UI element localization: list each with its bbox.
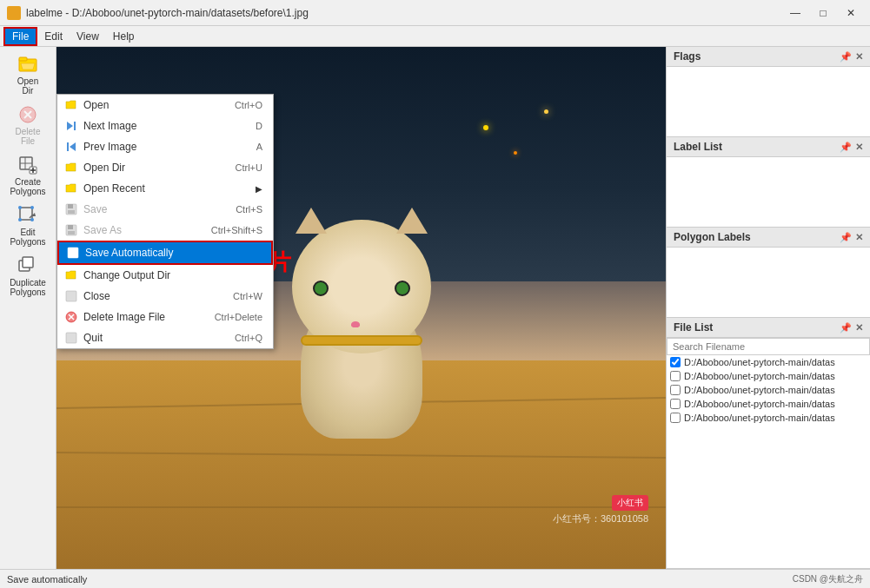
polygon-labels-close-icon[interactable]: ✕	[855, 232, 863, 243]
menu-open-shortcut: Ctrl+O	[235, 100, 262, 110]
menu-open-label: Open	[83, 99, 109, 111]
svg-rect-26	[68, 231, 75, 235]
quit-icon	[64, 331, 78, 345]
menu-help[interactable]: Help	[106, 27, 142, 46]
close-button[interactable]: ✕	[839, 4, 863, 22]
file-list-close-icon[interactable]: ✕	[855, 322, 863, 334]
menu-close-label: Close	[83, 290, 110, 302]
menu-item-close[interactable]: Close Ctrl+W	[57, 286, 273, 307]
menu-item-save-as[interactable]: Save As Ctrl+Shift+S	[57, 220, 273, 241]
menu-item-save-auto[interactable]: Save Automatically	[57, 241, 273, 265]
menu-quit-shortcut: Ctrl+Q	[235, 333, 262, 343]
label-list-section: Label List 📌 ✕	[667, 137, 870, 228]
menu-item-change-output-dir[interactable]: Change Output Dir	[57, 265, 273, 286]
canvas-area[interactable]: 这样每操作完一张图片 系统会自动保存。 小红书 小红书号：360101058 O…	[56, 47, 666, 569]
file-list-item[interactable]: D:/Aboboo/unet-pytorch-main/datas	[667, 369, 870, 383]
label-list-header: Label List 📌 ✕	[667, 137, 870, 157]
menu-save-as-shortcut: Ctrl+Shift+S	[211, 225, 262, 235]
tool-edit-polygons-label: EditPolygons	[10, 228, 45, 247]
menu-prev-image-label: Prev Image	[83, 141, 136, 153]
watermark: 小红书 小红书号：360101058	[553, 495, 648, 525]
menu-item-open[interactable]: Open Ctrl+O	[57, 95, 273, 116]
tool-create-polygons-label: CreatePolygons	[10, 177, 45, 196]
label-list-close-icon[interactable]: ✕	[855, 142, 863, 153]
file-list-item[interactable]: D:/Aboboo/unet-pytorch-main/datas	[667, 355, 870, 369]
tool-delete-file[interactable]: DeleteFile	[3, 101, 52, 149]
create-polygons-icon	[17, 155, 38, 175]
file-checkbox-2[interactable]	[670, 371, 681, 381]
menu-view[interactable]: View	[70, 27, 106, 46]
file-checkbox-4[interactable]	[670, 399, 681, 409]
change-output-dir-icon	[64, 268, 78, 282]
svg-point-13	[30, 206, 34, 209]
flags-title: Flags	[674, 50, 701, 63]
menu-file[interactable]: File	[3, 27, 37, 46]
file-list-header: File List 📌 ✕	[667, 318, 870, 338]
file-search-input[interactable]	[667, 338, 870, 355]
file-list-pin-icon[interactable]: 📌	[840, 322, 852, 334]
svg-rect-32	[66, 333, 76, 343]
menu-next-shortcut: D	[256, 121, 262, 131]
menu-item-delete-image[interactable]: Delete Image File Ctrl+Delete	[57, 307, 273, 327]
menu-open-recent-label: Open Recent	[83, 182, 145, 195]
file-checkbox-3[interactable]	[670, 385, 681, 395]
polygon-labels-pin-icon[interactable]: 📌	[840, 232, 852, 243]
menu-item-prev-image[interactable]: Prev Image A	[57, 136, 273, 157]
minimize-button[interactable]: —	[783, 4, 807, 22]
window-title: labelme - D:/Aboboo/unet-pytorch-main/da…	[26, 7, 309, 19]
file-item-text-4: D:/Aboboo/unet-pytorch-main/datas	[684, 399, 835, 409]
tool-create-polygons[interactable]: CreatePolygons	[3, 151, 52, 200]
polygon-labels-header: Polygon Labels 📌 ✕	[667, 228, 870, 248]
flags-close-icon[interactable]: ✕	[855, 51, 863, 63]
title-bar: labelme - D:/Aboboo/unet-pytorch-main/da…	[0, 0, 870, 26]
menu-next-image-label: Next Image	[83, 120, 136, 132]
file-dropdown-menu: Open Ctrl+O Next Image D Prev Image A	[56, 94, 274, 349]
flags-header: Flags 📌 ✕	[667, 47, 870, 67]
label-list-pin-icon[interactable]: 📌	[840, 142, 852, 153]
tool-open-dir[interactable]: OpenDir	[3, 50, 52, 99]
menu-item-open-recent[interactable]: Open Recent ▶	[57, 178, 273, 199]
save-icon	[64, 202, 78, 216]
menu-edit[interactable]: Edit	[37, 27, 70, 46]
flags-pin-icon[interactable]: 📌	[840, 51, 852, 63]
flags-content	[667, 67, 870, 136]
file-list-item[interactable]: D:/Aboboo/unet-pytorch-main/datas	[667, 383, 870, 397]
file-list-item[interactable]: D:/Aboboo/unet-pytorch-main/datas	[667, 397, 870, 411]
tool-delete-file-label: DeleteFile	[16, 127, 41, 146]
left-toolbar: OpenDir DeleteFile	[0, 47, 56, 569]
menu-quit-label: Quit	[83, 332, 103, 344]
file-checkbox-1[interactable]	[670, 357, 681, 367]
file-checkbox-5[interactable]	[670, 413, 681, 423]
maximize-button[interactable]: □	[811, 4, 835, 22]
delete-file-icon	[17, 104, 38, 125]
svg-rect-27	[68, 248, 78, 258]
duplicate-polygons-icon	[17, 255, 38, 276]
menu-item-quit[interactable]: Quit Ctrl+Q	[57, 327, 273, 348]
svg-rect-20	[67, 142, 69, 151]
polygon-labels-content	[667, 248, 870, 317]
file-item-text-5: D:/Aboboo/unet-pytorch-main/datas	[684, 413, 835, 423]
file-item-text-3: D:/Aboboo/unet-pytorch-main/datas	[684, 385, 835, 395]
save-as-icon	[64, 223, 78, 237]
menu-item-save[interactable]: Save Ctrl+S	[57, 199, 273, 220]
svg-rect-18	[23, 257, 33, 268]
save-auto-icon	[66, 246, 80, 260]
tool-duplicate-polygons[interactable]: DuplicatePolygons	[3, 252, 52, 301]
menu-item-open-dir[interactable]: Open Dir Ctrl+U	[57, 157, 273, 178]
file-item-text-1: D:/Aboboo/unet-pytorch-main/datas	[684, 357, 835, 367]
menu-bar: File Edit View Help	[0, 26, 870, 47]
svg-rect-25	[68, 225, 73, 229]
tool-edit-polygons[interactable]: EditPolygons	[3, 202, 52, 250]
file-item-text-2: D:/Aboboo/unet-pytorch-main/datas	[684, 371, 835, 381]
menu-save-label: Save	[83, 203, 107, 215]
delete-image-icon	[64, 310, 78, 324]
menu-item-next-image[interactable]: Next Image D	[57, 116, 273, 136]
menu-close-shortcut: Ctrl+W	[233, 291, 262, 301]
file-list-item[interactable]: D:/Aboboo/unet-pytorch-main/datas	[667, 411, 870, 425]
menu-save-auto-label: Save Automatically	[85, 247, 173, 259]
svg-rect-23	[68, 210, 75, 214]
label-list-title: Label List	[674, 141, 722, 153]
svg-point-14	[18, 218, 22, 221]
menu-prev-shortcut: A	[256, 142, 262, 152]
status-right: CSDN @失航之舟	[793, 573, 863, 585]
